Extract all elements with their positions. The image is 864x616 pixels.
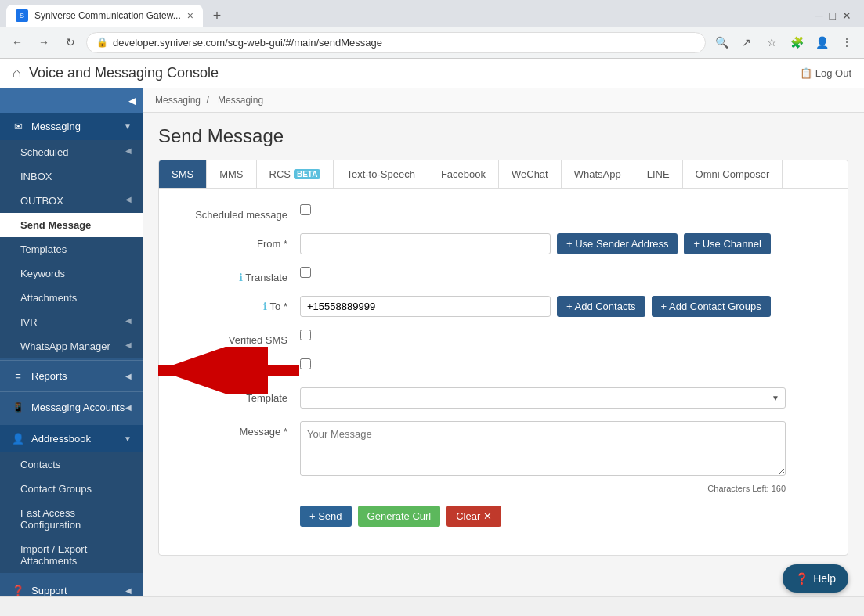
sidebar-item-keywords[interactable]: Keywords [0,261,143,286]
restore-icon[interactable]: □ [830,9,836,22]
template-select[interactable] [300,387,786,409]
tab-whatsapp[interactable]: WhatsApp [562,160,634,188]
use-sender-address-button[interactable]: + Use Sender Address [557,233,678,254]
back-button[interactable]: ← [6,31,28,53]
forward-button[interactable]: → [33,31,55,53]
logout-button[interactable]: 📋 Log Out [800,67,851,79]
help-icon: ❓ [795,572,808,585]
sidebar-import-export-label: Import / Export Attachments [20,543,87,567]
generate-curl-button[interactable]: Generate Curl [358,506,441,527]
close-window-icon[interactable]: ✕ [842,9,851,22]
sidebar-item-support[interactable]: ❓ Support ◀ [0,577,143,596]
messaging-chevron-icon: ▼ [124,122,132,131]
breadcrumb-separator: / [206,95,208,106]
translate-text: Translate [245,272,287,283]
from-control: + Use Sender Address + Use Channel [300,233,832,254]
tab-whatsapp-label: WhatsApp [574,168,621,180]
scheduled-message-label: Scheduled message [175,204,300,221]
url-text: developer.syniverse.com/scg-web-gui/#/ma… [113,37,382,49]
sidebar-messaging-section: ✉ Messaging ▼ Scheduled ◀ INBOX OUTBOX [0,113,143,358]
home-icon[interactable]: ⌂ [13,65,21,81]
menu-icon[interactable]: ⋮ [836,31,858,53]
message-row: Message * Characters Left: 160 [175,421,832,493]
tabs-container: SMS MMS RCS BETA Text-to-Speech [158,160,848,556]
new-tab-button[interactable]: + [206,5,228,27]
browser-tab[interactable]: S Syniverse Communication Gatew... × [6,5,203,27]
sidebar-item-import-export[interactable]: Import / Export Attachments [0,537,143,573]
from-input[interactable] [300,233,551,254]
sidebar-item-send-message[interactable]: Send Message [0,213,143,237]
sidebar-item-attachments[interactable]: Attachments [0,286,143,310]
tab-wechat[interactable]: WeChat [499,160,562,188]
help-button[interactable]: ❓ Help [783,564,848,593]
messaging-icon: ✉ [11,121,25,132]
sidebar-item-contact-groups[interactable]: Contact Groups [0,477,143,501]
tab-tts-label: Text-to-Speech [346,168,414,180]
breadcrumb: Messaging / Messaging [143,88,864,113]
sidebar-item-inbox[interactable]: INBOX [0,164,143,189]
sidebar-inbox-label: INBOX [20,171,52,182]
add-contacts-button[interactable]: + Add Contacts [557,296,645,317]
toggle-icon[interactable]: ◀ [128,95,136,106]
extensions-icon[interactable]: 🧩 [786,31,808,53]
sidebar-addressbook-submenu: Contacts Contact Groups Fast Access Conf… [0,452,143,573]
message-label: Message * [175,421,300,438]
tab-rcs-label: RCS [269,168,291,180]
sidebar-templates-label: Templates [20,243,67,255]
minimize-icon[interactable]: ─ [815,9,823,22]
breadcrumb-parent[interactable]: Messaging [155,95,201,106]
add-contact-groups-button[interactable]: + Add Contact Groups [652,296,771,317]
search-icon[interactable]: 🔍 [710,31,732,53]
sidebar-ivr-label: IVR [20,316,38,328]
sidebar-item-scheduled[interactable]: Scheduled ◀ [0,140,143,164]
flash-checkbox[interactable] [300,358,311,369]
address-bar[interactable]: 🔒 developer.syniverse.com/scg-web-gui/#/… [86,32,706,53]
sidebar-item-contacts[interactable]: Contacts [0,452,143,477]
tab-text-to-speech[interactable]: Text-to-Speech [334,160,428,188]
sidebar-item-addressbook[interactable]: 👤 Addressbook ▼ [0,425,143,452]
tab-omni-composer[interactable]: Omni Composer [683,160,783,188]
flash-control [300,358,832,369]
scheduled-message-checkbox[interactable] [300,204,311,215]
send-button[interactable]: + Send [300,506,352,527]
from-row: From * + Use Sender Address + Use Channe… [175,233,832,254]
sidebar-item-messaging-accounts[interactable]: 📱 Messaging Accounts ◀ [0,394,143,421]
bottom-scrollbar[interactable] [0,596,864,606]
sidebar-send-message-label: Send Message [20,219,91,231]
use-channel-button[interactable]: + Use Channel [684,233,770,254]
sidebar-item-whatsapp-manager[interactable]: WhatsApp Manager ◀ [0,334,143,358]
profile-icon[interactable]: 👤 [811,31,833,53]
verified-sms-checkbox[interactable] [300,330,311,340]
refresh-button[interactable]: ↻ [60,31,81,53]
sidebar-item-outbox[interactable]: OUTBOX ◀ [0,189,143,213]
sidebar-outbox-label: OUTBOX [20,195,63,207]
page-title: Send Message [158,125,848,147]
tab-line[interactable]: LINE [634,160,683,188]
sidebar-item-messaging[interactable]: ✉ Messaging ▼ [0,113,143,140]
addressbook-icon: 👤 [11,433,25,445]
tab-sms[interactable]: SMS [159,160,207,188]
messaging-accounts-icon: 📱 [11,402,25,413]
message-textarea[interactable] [300,421,786,476]
sidebar-toggle[interactable]: ◀ [0,88,143,113]
to-input[interactable] [300,296,551,317]
clear-button[interactable]: Clear ✕ [446,506,501,527]
sidebar-item-ivr[interactable]: IVR ◀ [0,310,143,334]
template-control: ▼ [300,387,832,409]
tab-facebook[interactable]: Facebook [428,160,499,188]
tab-mms[interactable]: MMS [207,160,256,188]
close-tab-icon[interactable]: × [187,9,193,22]
bookmark-icon[interactable]: ☆ [761,31,783,53]
flash-label: per [175,358,300,375]
translate-checkbox[interactable] [300,267,311,278]
tab-rcs[interactable]: RCS BETA [257,160,334,188]
sidebar-item-templates[interactable]: Templates [0,237,143,261]
sidebar-item-reports[interactable]: ≡ Reports ◀ [0,362,143,390]
verified-sms-row: Verified SMS [175,330,832,346]
to-text: To * [270,301,287,312]
share-icon[interactable]: ↗ [736,31,757,53]
tab-facebook-label: Facebook [441,168,486,180]
app-header-left: ⌂ Voice and Messaging Console [13,65,219,81]
ivr-chevron-icon: ◀ [125,316,132,325]
sidebar-item-fast-access-config[interactable]: Fast Access Configuration [0,501,143,537]
